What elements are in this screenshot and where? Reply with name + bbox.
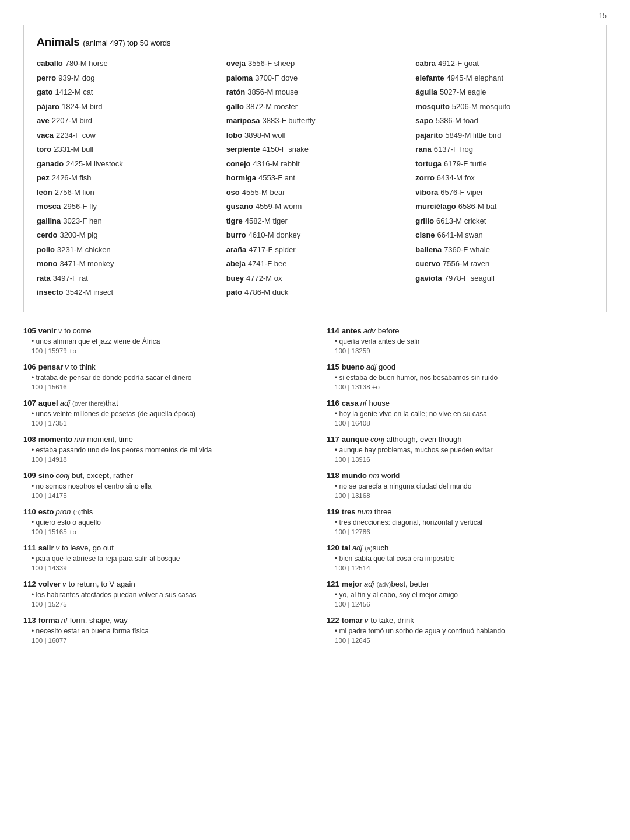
- word-freq: 100 | 12514: [327, 564, 607, 571]
- animal-entry: víbora 6576-F viper: [415, 187, 593, 198]
- animal-word: tortuga: [415, 158, 442, 170]
- word-freq: 100 | 15165 +o: [23, 528, 303, 535]
- animal-word: águila: [415, 86, 438, 98]
- word-translation: to come: [64, 326, 91, 335]
- word-pos: nm: [369, 471, 379, 480]
- word-headword: tomar: [342, 616, 363, 625]
- animal-word: gaviota: [415, 273, 442, 284]
- word-number: 107: [23, 399, 36, 407]
- animal-entry: rata 3497-F rat: [37, 273, 215, 284]
- word-freq: 100 | 15275: [23, 601, 303, 608]
- word-translation: but, except, rather: [72, 471, 133, 480]
- animal-info: 4717-F spider: [249, 244, 295, 256]
- word-headword: pensar: [38, 363, 64, 371]
- animal-word: burro: [226, 229, 246, 241]
- animal-info: 780-M horse: [65, 58, 108, 69]
- word-number: 111: [23, 543, 36, 552]
- animal-info: 4786-M duck: [244, 287, 288, 298]
- word-number: 109: [23, 471, 36, 480]
- word-pos: adj: [366, 363, 376, 371]
- word-translation: that: [106, 399, 118, 407]
- animal-entry: caballo 780-M horse: [37, 58, 215, 69]
- word-number: 117: [327, 435, 340, 444]
- word-pos: v: [55, 543, 60, 552]
- word-pos: v: [58, 326, 62, 335]
- animals-title-word: Animals: [37, 36, 80, 48]
- word-entry: 107 aquel adj (over there) that unos vei…: [23, 399, 303, 427]
- word-example: mi padre tomó un sorbo de agua y continu…: [327, 626, 607, 636]
- word-example: aunque hay problemas, muchos se pueden e…: [327, 445, 607, 455]
- word-headword: volver: [38, 580, 61, 588]
- animal-entry: pato 4786-M duck: [226, 287, 404, 298]
- word-headword: mejor: [342, 580, 362, 588]
- word-headword: momento: [38, 435, 73, 444]
- word-translation: three: [374, 507, 392, 516]
- animal-info: 4553-F ant: [258, 172, 295, 184]
- animal-entry: gato 1412-M cat: [37, 86, 215, 98]
- word-freq: 100 | 13916: [327, 456, 607, 463]
- animal-word: abeja: [226, 258, 246, 270]
- animal-info: 1824-M bird: [62, 101, 102, 113]
- word-pos: v: [365, 616, 369, 625]
- animal-word: cisne: [415, 229, 435, 241]
- word-number: 106: [23, 363, 36, 371]
- animal-entry: oso 4555-M bear: [226, 187, 404, 198]
- animal-info: 5386-M toad: [436, 115, 478, 127]
- animal-info: 2756-M lion: [55, 187, 94, 198]
- word-entry: 120 tal adj (a) such bien sabía que tal …: [327, 543, 607, 571]
- word-pos: nm: [74, 435, 85, 444]
- animal-entry: hormiga 4553-F ant: [226, 172, 404, 184]
- animal-word: cerdo: [37, 229, 57, 241]
- animal-entry: pez 2426-M fish: [37, 172, 215, 184]
- animal-entry: abeja 4741-F bee: [226, 258, 404, 270]
- animal-entry: pájaro 1824-M bird: [37, 101, 215, 113]
- word-header: 107 aquel adj (over there) that: [23, 399, 303, 407]
- animal-word: ratón: [226, 86, 246, 98]
- animal-info: 3872-M rooster: [246, 101, 298, 113]
- animal-word: pez: [37, 172, 50, 184]
- word-headword: casa: [342, 399, 359, 407]
- animal-entry: oveja 3556-F sheep: [226, 58, 404, 69]
- animal-entry: cisne 6641-M swan: [415, 229, 593, 241]
- word-translation: moment, time: [87, 435, 133, 444]
- animal-entry: tortuga 6179-F turtle: [415, 158, 593, 170]
- animal-entry: cabra 4912-F goat: [415, 58, 593, 69]
- word-example: unos afirman que el jazz viene de África: [23, 336, 303, 347]
- word-pos-note: (a): [365, 545, 372, 552]
- word-pos: adv: [363, 326, 376, 335]
- word-number: 121: [327, 580, 340, 588]
- word-entry: 122 tomar v to take, drink mi padre tomó…: [327, 616, 607, 644]
- word-example: tres direcciones: diagonal, horizontal y…: [327, 517, 607, 528]
- animal-entry: mosca 2956-F fly: [37, 201, 215, 212]
- animal-word: mosquito: [415, 101, 450, 113]
- word-pos: v: [65, 363, 69, 371]
- animal-word: gallina: [37, 215, 61, 227]
- animal-word: grillo: [415, 215, 434, 227]
- animal-entry: conejo 4316-M rabbit: [226, 158, 404, 170]
- word-entry: 118 mundo nm world no se parecía a ningu…: [327, 471, 607, 499]
- word-freq: 100 | 14918: [23, 456, 303, 463]
- word-freq: 100 | 13138 +o: [327, 384, 607, 391]
- word-number: 120: [327, 543, 340, 552]
- animal-info: 5206-M mosquito: [452, 101, 510, 113]
- animal-word: tigre: [226, 215, 243, 227]
- word-pos-note: (n): [73, 508, 80, 515]
- word-pos: pron: [55, 507, 71, 516]
- word-pos: v: [62, 580, 66, 588]
- animal-word: gusano: [226, 201, 253, 212]
- animal-info: 3883-F butterfly: [262, 115, 315, 127]
- animal-word: insecto: [37, 287, 64, 298]
- animal-word: paloma: [226, 72, 253, 84]
- animal-entry: cuervo 7556-M raven: [415, 258, 593, 270]
- word-number: 113: [23, 616, 36, 625]
- animal-entry: ave 2207-M bird: [37, 115, 215, 127]
- word-headword: tres: [342, 507, 356, 516]
- word-headword: venir: [38, 326, 57, 335]
- animal-word: buey: [226, 273, 244, 284]
- animal-entry: sapo 5386-M toad: [415, 115, 593, 127]
- animal-entry: ganado 2425-M livestock: [37, 158, 215, 170]
- animal-info: 4772-M ox: [246, 273, 282, 284]
- word-example: unos veinte millones de pesetas (de aque…: [23, 409, 303, 419]
- animal-info: 4741-F bee: [248, 258, 287, 270]
- animal-entry: mono 3471-M monkey: [37, 258, 215, 270]
